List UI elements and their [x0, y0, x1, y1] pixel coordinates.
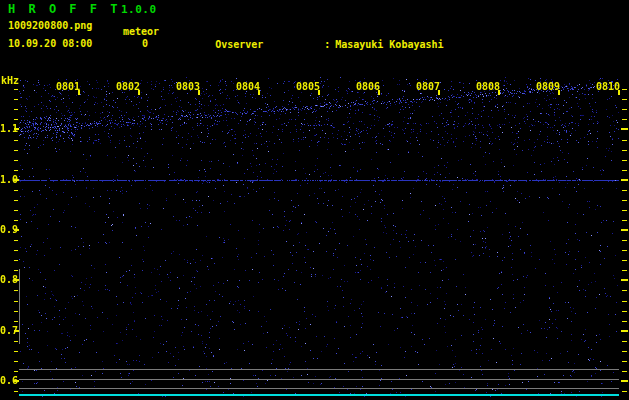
y-minor-tick-left: [14, 341, 18, 342]
y-minor-tick-right: [622, 301, 627, 302]
info-value: Masayuki Kobayashi: [335, 39, 443, 50]
y-tick-label: 0.8: [0, 274, 14, 285]
y-major-tick-right: [621, 330, 628, 332]
y-minor-tick-left: [14, 119, 18, 120]
output-filename: 1009200800.png: [8, 20, 92, 31]
y-tick-label: 1.0: [0, 174, 14, 185]
y-tick-label: 0.6: [0, 375, 14, 386]
y-minor-tick-left: [14, 99, 18, 100]
y-minor-tick-left: [14, 260, 18, 261]
info-label: Ovserver: [215, 40, 324, 51]
y-tick-label: 1.1: [0, 123, 14, 134]
y-minor-tick-left: [14, 150, 18, 151]
y-minor-tick-left: [14, 250, 18, 251]
y-minor-tick-right: [622, 190, 627, 191]
y-minor-tick-right: [622, 99, 627, 100]
y-minor-tick-right: [622, 170, 627, 171]
y-minor-tick-left: [14, 170, 18, 171]
y-major-tick-right: [621, 279, 628, 281]
y-minor-tick-right: [622, 109, 627, 110]
y-minor-tick-right: [622, 270, 627, 271]
y-minor-tick-right: [622, 160, 627, 161]
spectrogram-canvas: [19, 77, 619, 397]
y-minor-tick-left: [14, 311, 18, 312]
y-minor-tick-right: [622, 391, 627, 392]
y-minor-tick-left: [14, 200, 18, 201]
y-minor-tick-right: [622, 210, 627, 211]
y-minor-tick-right: [622, 341, 627, 342]
y-minor-tick-right: [622, 371, 627, 372]
app-title: H R O F F T: [8, 2, 120, 16]
y-tick-label: 0.9: [0, 224, 14, 235]
y-minor-tick-right: [622, 250, 627, 251]
y-minor-tick-left: [14, 321, 18, 322]
y-minor-tick-right: [622, 321, 627, 322]
y-minor-tick-right: [622, 260, 627, 261]
y-major-tick-right: [621, 380, 628, 382]
y-minor-tick-right: [622, 351, 627, 352]
y-minor-tick-right: [622, 200, 627, 201]
y-minor-tick-left: [14, 240, 18, 241]
y-minor-tick-left: [14, 361, 18, 362]
y-major-tick-right: [621, 229, 628, 231]
y-minor-tick-right: [622, 311, 627, 312]
y-minor-tick-right: [622, 119, 627, 120]
meteor-count: 0: [142, 38, 148, 49]
app-version: 1.0.0: [121, 3, 157, 16]
y-minor-tick-left: [14, 391, 18, 392]
y-minor-tick-left: [14, 270, 18, 271]
y-minor-tick-right: [622, 220, 627, 221]
y-minor-tick-left: [14, 210, 18, 211]
y-minor-tick-left: [14, 89, 18, 90]
y-minor-tick-left: [14, 290, 18, 291]
y-minor-tick-left: [14, 371, 18, 372]
y-major-tick-right: [621, 179, 628, 181]
y-minor-tick-right: [622, 140, 627, 141]
y-minor-tick-right: [622, 89, 627, 90]
datetime-label: 10.09.20 08:00: [8, 38, 92, 49]
y-minor-tick-right: [622, 150, 627, 151]
y-minor-tick-right: [622, 290, 627, 291]
hrofft-output-screen: H R O F F T 1.0.0 1009200800.png meteor …: [0, 0, 629, 400]
mode-label: meteor: [123, 26, 159, 37]
y-minor-tick-right: [622, 240, 627, 241]
y-minor-tick-right: [622, 361, 627, 362]
y-minor-tick-left: [14, 351, 18, 352]
y-major-tick-right: [621, 128, 628, 130]
y-tick-label: 0.7: [0, 325, 14, 336]
y-axis-unit-label: kHz: [1, 75, 19, 86]
y-minor-tick-left: [14, 220, 18, 221]
y-minor-tick-left: [14, 301, 18, 302]
y-minor-tick-left: [14, 190, 18, 191]
y-minor-tick-left: [14, 160, 18, 161]
info-separator: :: [324, 40, 330, 51]
info-row-observer: Ovserver:Masayuki Kobayashi: [179, 29, 618, 62]
y-minor-tick-left: [14, 109, 18, 110]
y-minor-tick-left: [14, 140, 18, 141]
